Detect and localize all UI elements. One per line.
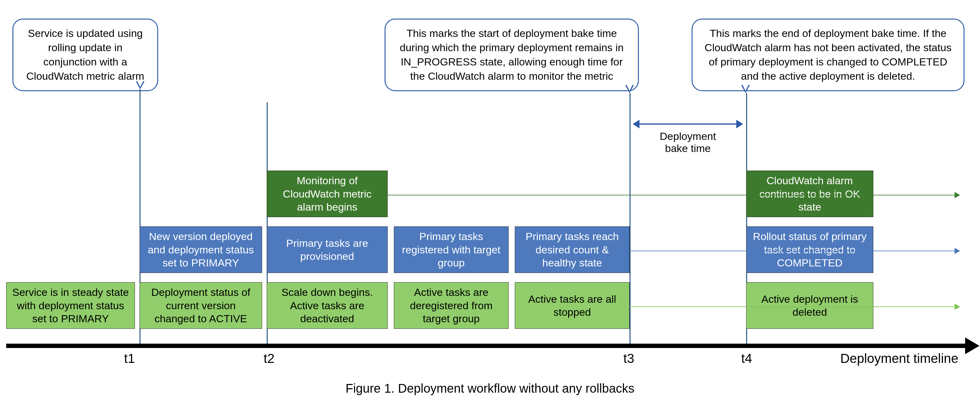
callout-pointer xyxy=(625,85,634,93)
tick-t1: t1 xyxy=(124,351,135,366)
timeline-axis xyxy=(6,344,967,348)
primary-provisioned: Primary tasks are provisioned xyxy=(267,226,388,273)
callout-t1: Service is updated using rolling update … xyxy=(13,19,158,91)
callout-t4: This marks the end of deployment bake ti… xyxy=(692,19,964,91)
primary-registered: Primary tasks registered with target gro… xyxy=(394,226,509,273)
diagram: Service is updated using rolling update … xyxy=(0,6,980,397)
active-deleted: Active deployment is deleted xyxy=(746,282,873,329)
active-stopped: Active tasks are all stopped xyxy=(515,282,630,329)
tick-t3: t3 xyxy=(624,351,634,366)
arrow-monitoring xyxy=(388,195,955,195)
steady-state: Service is in steady state with deployme… xyxy=(6,282,135,329)
primary-completed: Rollout status of primary task set chang… xyxy=(746,226,873,273)
callout-t3: This marks the start of deployment bake … xyxy=(385,19,639,91)
marker-t3 xyxy=(630,93,630,344)
bake-time-arrow xyxy=(639,123,737,125)
bake-time-label: Deploymentbake time xyxy=(641,130,734,155)
tick-t2: t2 xyxy=(264,351,274,366)
scale-down: Scale down begins. Active tasks are deac… xyxy=(267,282,388,329)
arrow-active xyxy=(630,306,955,307)
arrow-primary xyxy=(630,250,955,251)
axis-label: Deployment timeline xyxy=(840,351,958,366)
active-status: Deployment status of current version cha… xyxy=(140,282,262,329)
new-version-primary: New version deployed and deployment stat… xyxy=(140,226,262,273)
primary-healthy: Primary tasks reach desired count & heal… xyxy=(515,226,630,273)
alarm-ok: CloudWatch alarm continues to be in OK s… xyxy=(746,171,873,217)
figure-caption: Figure 1. Deployment workflow without an… xyxy=(0,381,980,395)
monitoring-begins: Monitoring of CloudWatch metric alarm be… xyxy=(267,171,388,217)
callout-pointer xyxy=(741,85,750,93)
callout-pointer xyxy=(136,81,145,89)
tick-t4: t4 xyxy=(741,351,752,366)
active-deregistered: Active tasks are deregistered from targe… xyxy=(394,282,509,329)
